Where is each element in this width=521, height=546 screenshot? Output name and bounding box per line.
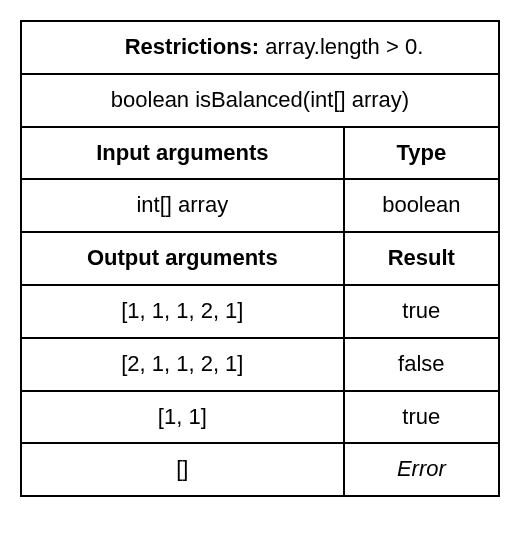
input-type-cell: boolean — [344, 179, 499, 232]
restrictions-row: Restrictions: array.length > 0. — [21, 21, 499, 74]
example-input: [] — [21, 443, 344, 496]
signature-row: boolean isBalanced(int[] array) — [21, 74, 499, 127]
input-args-header: Input arguments — [21, 127, 344, 180]
example-input: [1, 1, 1, 2, 1] — [21, 285, 344, 338]
example-result: true — [344, 391, 499, 444]
example-input: [2, 1, 1, 2, 1] — [21, 338, 344, 391]
example-row: [2, 1, 1, 2, 1] false — [21, 338, 499, 391]
input-arg-cell: int[] array — [21, 179, 344, 232]
restrictions-cell: Restrictions: array.length > 0. — [21, 21, 499, 74]
example-row: [1, 1, 1, 2, 1] true — [21, 285, 499, 338]
input-row: int[] array boolean — [21, 179, 499, 232]
input-header-row: Input arguments Type — [21, 127, 499, 180]
result-header: Result — [344, 232, 499, 285]
type-header: Type — [344, 127, 499, 180]
spec-table: Restrictions: array.length > 0. boolean … — [20, 20, 500, 497]
output-header-row: Output arguments Result — [21, 232, 499, 285]
example-result: false — [344, 338, 499, 391]
example-row: [] Error — [21, 443, 499, 496]
example-result: Error — [344, 443, 499, 496]
restrictions-label: Restrictions: — [125, 34, 259, 59]
output-args-header: Output arguments — [21, 232, 344, 285]
example-result: true — [344, 285, 499, 338]
example-input: [1, 1] — [21, 391, 344, 444]
example-row: [1, 1] true — [21, 391, 499, 444]
restrictions-text: array.length > 0. — [265, 34, 423, 59]
signature-cell: boolean isBalanced(int[] array) — [21, 74, 499, 127]
